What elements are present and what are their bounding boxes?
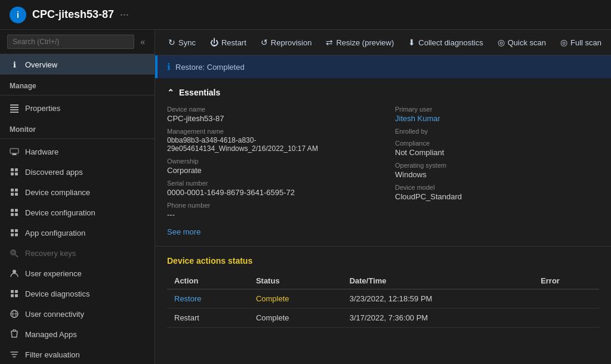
essentials-item-enrolled-by: Enrolled by [395, 128, 599, 135]
divider [0, 95, 155, 95]
svg-rect-16 [15, 209, 18, 212]
svg-rect-10 [15, 172, 18, 175]
sidebar-item-device-compliance[interactable]: Device compliance [0, 182, 155, 202]
action-cell-restart: Restart [167, 309, 249, 328]
svg-rect-30 [15, 294, 18, 297]
overview-icon: ℹ [10, 60, 19, 69]
full-scan-button[interactable]: ◎ Full scan [554, 35, 607, 50]
col-error: Error [533, 273, 599, 289]
device-actions-table: Action Status Date/Time Error Restore Co… [167, 273, 599, 328]
svg-line-24 [16, 255, 18, 258]
svg-rect-21 [11, 233, 14, 236]
essentials-item-device-model: Device model CloudPC_Standard [395, 184, 599, 201]
sidebar-item-app-configuration[interactable]: App configuration [0, 223, 155, 243]
sidebar-item-label: Properties [25, 104, 60, 113]
sidebar-item-hardware[interactable]: Hardware [0, 141, 155, 162]
sidebar-section-monitor: Monitor [0, 118, 155, 136]
info-bar: ℹ Restore: Completed [155, 55, 611, 78]
sidebar-item-managed-apps[interactable]: Managed Apps [0, 324, 155, 344]
sidebar: « ℹ Overview Manage Properties Monitor H… [0, 30, 155, 364]
svg-rect-28 [15, 290, 18, 293]
essentials-right: Primary user Jitesh Kumar Enrolled by Co… [395, 106, 599, 219]
svg-rect-1 [10, 107, 18, 108]
sidebar-item-label: App configuration [25, 229, 85, 237]
essentials-item-compliance: Compliance Not Compliant [395, 140, 599, 157]
discovered-apps-icon [10, 167, 19, 177]
sidebar-item-recovery-keys: Recovery keys [0, 243, 155, 263]
see-more-link[interactable]: See more [167, 227, 599, 236]
error-cell-restart [533, 309, 599, 328]
svg-rect-5 [12, 155, 17, 155]
device-configuration-icon [10, 208, 19, 217]
chevron-icon: ⌃ [167, 88, 174, 97]
essentials-grid: Device name CPC-jitesh53-87 Management n… [167, 106, 599, 219]
primary-user-link[interactable]: Jitesh Kumar [395, 114, 440, 123]
svg-rect-11 [11, 189, 14, 192]
content-area: ⌃ Essentials Device name CPC-jitesh53-87… [155, 78, 611, 364]
toolbar: ↻ Sync ⏻ Restart ↺ Reprovision ⇄ Resize … [155, 30, 611, 55]
essentials-item-operating-system: Operating system Windows [395, 162, 599, 179]
svg-rect-7 [11, 168, 14, 171]
search-input[interactable] [7, 35, 134, 49]
svg-rect-3 [10, 112, 18, 113]
info-message: Restore: Completed [175, 63, 245, 72]
sidebar-item-label: Filter evaluation [25, 350, 80, 359]
collect-diagnostics-icon: ⬇ [408, 38, 415, 47]
svg-rect-6 [13, 153, 16, 155]
essentials-section: ⌃ Essentials Device name CPC-jitesh53-87… [155, 78, 611, 246]
essentials-item-device-name: Device name CPC-jitesh53-87 [167, 106, 371, 123]
sidebar-item-device-diagnostics[interactable]: Device diagnostics [0, 283, 155, 304]
full-scan-icon: ◎ [560, 38, 567, 47]
quick-scan-button[interactable]: ◎ Quick scan [492, 35, 552, 50]
essentials-header: ⌃ Essentials [167, 88, 599, 97]
svg-point-26 [13, 270, 16, 273]
svg-rect-9 [11, 172, 14, 175]
sidebar-item-filter-evaluation[interactable]: Filter evaluation [0, 344, 155, 364]
managed-apps-icon [10, 329, 19, 339]
sidebar-item-label: Device configuration [25, 208, 95, 217]
col-action: Action [167, 273, 249, 289]
info-icon: ℹ [167, 61, 171, 72]
page-title: CPC-jitesh53-87 [32, 8, 114, 21]
essentials-item-primary-user: Primary user Jitesh Kumar [395, 106, 599, 123]
restart-button[interactable]: ⏻ Restart [204, 35, 252, 50]
sync-button[interactable]: ↻ Sync [162, 35, 202, 50]
essentials-item-serial-number: Serial number 0000-0001-1649-8679-3641-6… [167, 180, 371, 197]
reprovision-button[interactable]: ↺ Reprovision [255, 35, 318, 50]
svg-rect-8 [15, 168, 18, 171]
app-header: i CPC-jitesh53-87 ··· [0, 0, 611, 30]
svg-point-23 [11, 250, 16, 255]
essentials-item-phone-number: Phone number --- [167, 202, 371, 219]
sidebar-item-device-configuration[interactable]: Device configuration [0, 202, 155, 223]
svg-rect-19 [11, 229, 14, 232]
svg-rect-22 [15, 233, 18, 236]
sidebar-item-overview[interactable]: ℹ Overview [0, 54, 155, 75]
app-configuration-icon [10, 228, 19, 237]
svg-rect-14 [15, 193, 18, 196]
col-datetime: Date/Time [342, 273, 533, 289]
sidebar-item-label: Managed Apps [25, 330, 77, 339]
svg-rect-20 [15, 229, 18, 232]
collect-diagnostics-button[interactable]: ⬇ Collect diagnostics [402, 35, 489, 50]
collapse-icon[interactable]: « [138, 36, 147, 48]
action-cell-restore[interactable]: Restore [167, 289, 249, 309]
sidebar-item-label: Device diagnostics [25, 289, 90, 298]
svg-rect-12 [15, 189, 18, 192]
restart-icon: ⏻ [210, 38, 218, 47]
sidebar-item-discovered-apps[interactable]: Discovered apps [0, 162, 155, 182]
sidebar-item-user-experience[interactable]: User experience [0, 263, 155, 283]
recovery-keys-icon [10, 248, 19, 258]
divider [0, 138, 155, 139]
sidebar-item-properties[interactable]: Properties [0, 98, 155, 118]
reprovision-icon: ↺ [261, 38, 268, 47]
svg-rect-15 [11, 209, 14, 212]
svg-rect-13 [11, 193, 14, 196]
status-cell-restore: Complete [249, 289, 342, 309]
error-cell-restore [533, 289, 599, 309]
essentials-item-ownership: Ownership Corporate [167, 158, 371, 175]
resize-button[interactable]: ⇄ Resize (preview) [320, 35, 400, 50]
svg-rect-17 [11, 213, 14, 216]
more-options-icon[interactable]: ··· [120, 8, 129, 21]
datetime-cell-restart: 3/17/2022, 7:36:00 PM [342, 309, 533, 328]
sidebar-item-user-connectivity[interactable]: User connectivity [0, 304, 155, 324]
